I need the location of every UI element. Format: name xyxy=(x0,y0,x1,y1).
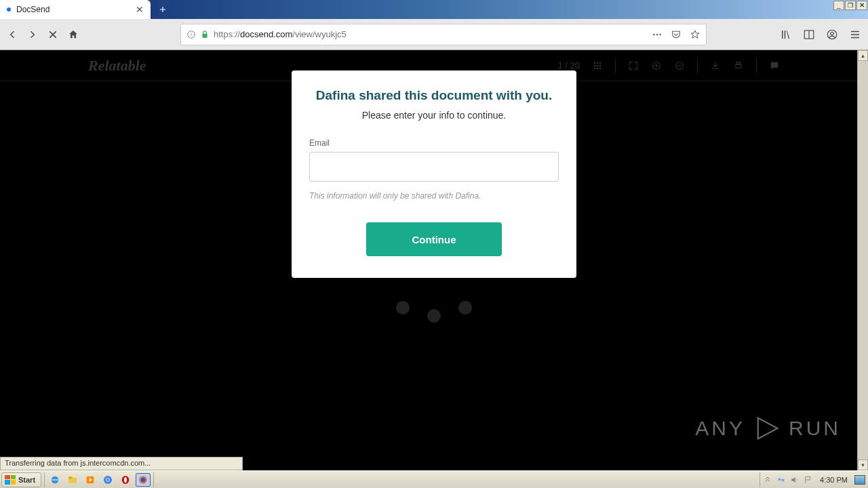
grid-icon[interactable] xyxy=(592,60,603,71)
svg-point-12 xyxy=(599,62,601,64)
modal-title: Dafina shared this document with you. xyxy=(309,88,559,103)
minimize-button[interactable]: _ xyxy=(833,1,844,10)
svg-point-18 xyxy=(599,67,601,69)
new-tab-button[interactable] xyxy=(151,0,175,19)
vertical-scrollbar[interactable]: ▲ ▼ xyxy=(857,50,868,470)
svg-marker-23 xyxy=(758,418,778,439)
lock-icon xyxy=(200,30,210,39)
forward-icon[interactable] xyxy=(27,29,38,40)
close-tab-icon[interactable]: ✕ xyxy=(136,4,144,15)
svg-rect-26 xyxy=(68,476,72,479)
explorer-icon[interactable] xyxy=(65,473,80,487)
window-controls: _ ❐ ✕ xyxy=(833,0,868,19)
tab-title: DocSend xyxy=(16,5,50,14)
email-field[interactable] xyxy=(309,152,559,182)
scroll-thumb[interactable] xyxy=(858,61,868,460)
start-button[interactable]: Start xyxy=(1,472,41,487)
tray-expand-icon[interactable] xyxy=(763,475,772,485)
modal-subtitle: Please enter your info to continue. xyxy=(309,110,559,121)
status-bar: Transferring data from js.intercomcdn.co… xyxy=(0,457,243,470)
svg-rect-36 xyxy=(778,478,781,481)
svg-point-10 xyxy=(594,62,596,64)
bookmark-star-icon[interactable] xyxy=(690,29,701,40)
window-titlebar: DocSend ✕ _ ❐ ✕ xyxy=(0,0,868,19)
email-label: Email xyxy=(309,138,559,148)
system-tray: 4:30 PM xyxy=(760,472,868,487)
svg-rect-37 xyxy=(782,479,785,481)
svg-point-31 xyxy=(106,479,109,481)
auth-modal: Dafina shared this document with you. Pl… xyxy=(292,70,576,278)
browser-tab[interactable]: DocSend ✕ xyxy=(0,0,151,19)
browser-toolbar: i https://docsend.com/view/wyukjc5 xyxy=(0,19,868,50)
menu-icon[interactable] xyxy=(849,28,861,41)
quick-launch xyxy=(44,472,154,487)
back-icon[interactable] xyxy=(7,29,18,40)
svg-rect-2 xyxy=(203,33,208,37)
download-icon[interactable] xyxy=(710,60,721,71)
fullscreen-icon[interactable] xyxy=(628,60,639,71)
sidebar-icon[interactable] xyxy=(803,28,815,41)
svg-point-33 xyxy=(124,477,127,483)
svg-point-3 xyxy=(653,33,654,35)
svg-point-11 xyxy=(597,62,599,64)
url-text: https://docsend.com/view/wyukjc5 xyxy=(214,29,347,39)
address-bar[interactable]: i https://docsend.com/view/wyukjc5 xyxy=(180,24,707,45)
svg-point-17 xyxy=(597,67,599,69)
svg-rect-21 xyxy=(736,64,741,68)
windows-flag-icon xyxy=(5,475,16,485)
opera-icon[interactable] xyxy=(118,473,133,487)
zoom-in-icon[interactable] xyxy=(651,60,662,71)
brand-logo: Relatable xyxy=(88,57,146,75)
svg-text:i: i xyxy=(191,32,192,37)
info-icon[interactable]: i xyxy=(186,30,196,39)
library-icon[interactable] xyxy=(780,28,792,41)
privacy-note: This information will only be shared wit… xyxy=(309,191,559,201)
svg-point-13 xyxy=(594,64,596,66)
svg-rect-22 xyxy=(736,62,740,64)
svg-point-5 xyxy=(659,33,660,35)
media-icon[interactable] xyxy=(83,473,98,487)
chrome-icon[interactable] xyxy=(100,473,115,487)
window-close-button[interactable]: ✕ xyxy=(856,1,867,10)
comment-icon[interactable] xyxy=(769,60,780,71)
volume-icon[interactable] xyxy=(790,475,800,485)
zoom-out-icon[interactable] xyxy=(674,60,685,71)
network-icon[interactable] xyxy=(776,475,786,485)
print-icon[interactable] xyxy=(733,60,744,71)
svg-point-9 xyxy=(831,32,834,35)
page-indicator: 1 / 20 xyxy=(557,60,580,70)
flag-tray-icon[interactable] xyxy=(804,475,813,485)
svg-point-15 xyxy=(599,64,601,66)
loading-dot-icon xyxy=(7,7,11,12)
continue-button[interactable]: Continue xyxy=(366,222,502,256)
loading-spinner xyxy=(396,301,472,323)
stop-icon[interactable] xyxy=(47,29,58,40)
pocket-icon[interactable] xyxy=(671,29,682,40)
play-triangle-icon xyxy=(752,413,782,443)
svg-point-14 xyxy=(597,64,599,66)
svg-point-16 xyxy=(594,67,596,69)
page-content: Relatable 1 / 20 Dafina shared this docu… xyxy=(0,50,868,470)
firefox-taskbar-icon[interactable] xyxy=(136,473,151,487)
clock[interactable]: 4:30 PM xyxy=(817,476,850,484)
more-icon[interactable] xyxy=(652,29,663,40)
scroll-up-arrow[interactable]: ▲ xyxy=(858,50,868,61)
scroll-down-arrow[interactable]: ▼ xyxy=(858,460,868,470)
svg-point-35 xyxy=(141,477,146,482)
ie-icon[interactable] xyxy=(47,473,62,487)
home-icon[interactable] xyxy=(68,29,79,40)
taskbar: Start 4:30 PM xyxy=(0,470,868,488)
svg-point-4 xyxy=(656,33,658,35)
watermark: ANY RUN xyxy=(695,413,841,443)
maximize-button[interactable]: ❐ xyxy=(845,1,856,10)
show-desktop-icon[interactable] xyxy=(854,475,865,485)
account-icon[interactable] xyxy=(826,28,838,41)
